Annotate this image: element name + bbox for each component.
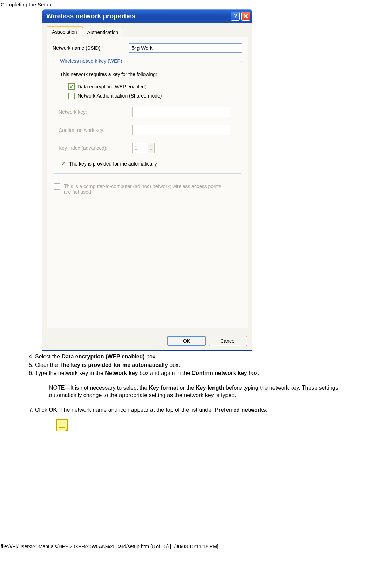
wep-legend: Wireless network key (WEP) xyxy=(59,58,123,64)
spinner-up-icon[interactable]: ▲ xyxy=(148,143,155,148)
step-7: Click OK. The network name and icon appe… xyxy=(35,406,371,414)
checkbox-data-encryption[interactable] xyxy=(68,83,75,90)
page-footer: file:///P|/User%20Manuals/HP%20XP%20WLAN… xyxy=(0,544,392,549)
instruction-list: Select the Data encryption (WEP enabled)… xyxy=(21,353,371,431)
dialog-title: Wireless network properties xyxy=(46,12,229,20)
close-button[interactable] xyxy=(241,12,250,21)
key-index-spinner[interactable]: 1 ▲ ▼ xyxy=(132,143,155,153)
ssid-input[interactable] xyxy=(129,43,242,53)
step-5: Clear the The key is provided for me aut… xyxy=(35,361,371,369)
checkbox-auto-key-label: The key is provided for me automatically xyxy=(69,161,157,167)
tab-association[interactable]: Association xyxy=(47,26,82,37)
checkbox-network-auth-label: Network Authentication (Shared mode) xyxy=(77,93,162,99)
network-key-label: Network key: xyxy=(59,109,125,115)
tab-strip: Association Authentication xyxy=(42,23,252,37)
step-6: Type the network key in the Network key … xyxy=(35,369,371,399)
tab-panel-association: Network name (SSID): Wireless network ke… xyxy=(47,37,248,328)
checkbox-adhoc-label: This is a computer-to-computer (ad hoc) … xyxy=(64,183,225,195)
wep-requires-text: This network requires a key for the foll… xyxy=(60,72,236,77)
step-6-note: NOTE—It is not necessary to select the K… xyxy=(49,384,371,399)
network-key-input[interactable] xyxy=(132,107,230,117)
ok-button[interactable]: OK xyxy=(167,336,206,346)
page-header: Completing the Setup: xyxy=(0,0,392,9)
dialog-button-row: OK Cancel xyxy=(42,332,252,350)
ssid-label: Network name (SSID): xyxy=(53,45,123,51)
titlebar: Wireless network properties ? xyxy=(42,9,252,23)
spinner-down-icon[interactable]: ▼ xyxy=(148,148,155,153)
step-4: Select the Data encryption (WEP enabled)… xyxy=(35,353,371,361)
checkbox-adhoc xyxy=(54,183,60,190)
cancel-button[interactable]: Cancel xyxy=(209,336,247,346)
sticky-note-icon xyxy=(56,419,68,431)
checkbox-data-encryption-label: Data encryption (WEP enabled) xyxy=(77,84,147,89)
wep-group: Wireless network key (WEP) This network … xyxy=(53,58,242,174)
checkbox-auto-key[interactable] xyxy=(60,161,66,167)
tab-authentication[interactable]: Authentication xyxy=(82,27,124,38)
key-index-label: Key index (advanced): xyxy=(59,145,125,151)
help-button[interactable]: ? xyxy=(231,12,240,21)
confirm-key-label: Confirm network key: xyxy=(59,127,125,133)
checkbox-network-auth[interactable] xyxy=(68,93,75,99)
confirm-key-input[interactable] xyxy=(132,125,230,135)
key-index-value: 1 xyxy=(132,143,148,153)
close-icon xyxy=(243,14,248,19)
dialog-window: Wireless network properties ? Associatio… xyxy=(42,9,252,351)
